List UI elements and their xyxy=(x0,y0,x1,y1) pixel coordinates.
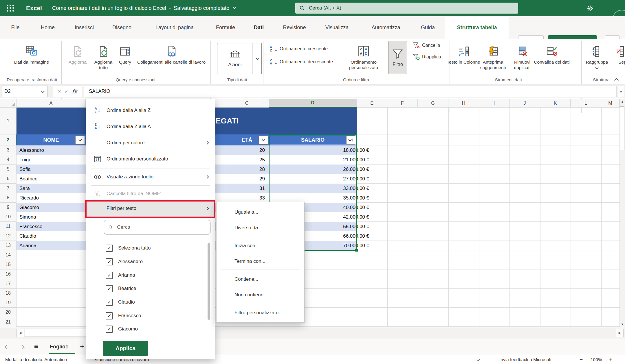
formula-input[interactable]: SALARIO xyxy=(84,86,617,97)
global-search[interactable] xyxy=(295,3,518,14)
vertical-scrollbar-thumb[interactable] xyxy=(620,106,624,150)
name-box[interactable]: D2 xyxy=(1,86,48,97)
settings-gear-icon[interactable] xyxy=(585,3,595,13)
save-status[interactable]: Salvataggio completato xyxy=(174,5,229,11)
cell-eta[interactable]: 28 xyxy=(216,165,265,174)
cell-eta[interactable]: 20 xyxy=(216,145,265,155)
zoom-in-button[interactable]: + xyxy=(609,356,613,363)
cell-nome[interactable]: Alessandro xyxy=(19,145,44,155)
app-launcher-waffle-icon[interactable] xyxy=(7,5,14,12)
checkbox-arianna[interactable]: ✓Arianna xyxy=(106,269,135,282)
cell-salario[interactable]: 18.000,00 € xyxy=(271,145,369,155)
cell-nome[interactable]: Riccardo xyxy=(19,193,39,203)
insert-function-icon[interactable]: fx xyxy=(72,88,77,95)
column-header-I[interactable]: I xyxy=(479,99,509,108)
cell-nome[interactable]: Giacomo xyxy=(19,203,39,212)
tab-automatizza[interactable]: Automatizza xyxy=(371,16,400,39)
column-header-L[interactable]: L xyxy=(571,99,601,108)
zoom-out-button[interactable]: − xyxy=(580,356,583,363)
checkbox-alessandro[interactable]: ✓Alessandro xyxy=(106,255,143,268)
row-header-10[interactable]: 10 xyxy=(0,212,17,222)
collegamenti-button[interactable]: Collegamenti alle cartelle di lavoro xyxy=(135,43,208,65)
column-header-C[interactable]: C xyxy=(225,99,269,108)
submenu-item-termina-con[interactable]: Termina con... xyxy=(217,255,304,268)
submenu-item-inizia-con[interactable]: Inizia con... xyxy=(217,239,304,252)
document-title[interactable]: Come ordinare i dati in un foglio di cal… xyxy=(52,5,166,11)
tab-layout-di-pagina[interactable]: Layout di pagina xyxy=(155,16,194,39)
column-header-H[interactable]: H xyxy=(448,99,479,108)
tab-home[interactable]: Home xyxy=(41,16,55,39)
tab-struttura-tabella[interactable]: Struttura tabella xyxy=(445,16,509,39)
zoom-level[interactable]: 100% xyxy=(591,357,602,362)
add-sheet-button[interactable]: + xyxy=(80,342,84,351)
tab-guida[interactable]: Guida xyxy=(421,16,435,39)
submenu-item-non-contiene[interactable]: Non contiene... xyxy=(217,288,304,302)
fill-handle[interactable] xyxy=(355,249,358,252)
riapplica-button[interactable]: Riapplica xyxy=(412,52,441,62)
azioni-dropdown[interactable]: Azioni xyxy=(217,43,262,74)
convalida-dati-button[interactable]: Convalida dei dati xyxy=(531,43,572,65)
calc-mode-status[interactable]: Modalità di calcolo: Automatico xyxy=(5,357,67,362)
cancella-button[interactable]: Cancella xyxy=(412,40,440,51)
select-all-corner[interactable] xyxy=(0,99,17,108)
menu-item-visualizzazione-foglio[interactable]: Visualizzazione foglio xyxy=(86,170,215,184)
row-header-9[interactable]: 9 xyxy=(0,203,17,212)
query-button[interactable]: Query xyxy=(114,43,136,65)
row-header-12[interactable]: 12 xyxy=(0,231,17,241)
name-box-chevron-icon[interactable] xyxy=(41,90,44,93)
menu-item-filtri-per-testo[interactable]: Filtri per testo xyxy=(86,201,215,216)
salario-filter-sorted-button[interactable]: ↑ xyxy=(346,136,356,145)
menu-item-ordina-z-a[interactable]: ZA↓ Ordina dalla Z alla A xyxy=(86,120,215,133)
cell-eta[interactable]: 33 xyxy=(216,193,265,203)
ordinamento-personalizzato-button[interactable]: ZAAZ Ordinamento personalizzato xyxy=(339,43,388,71)
row-header-11[interactable]: 11 xyxy=(0,222,17,231)
scroll-down-icon[interactable]: ▼ xyxy=(621,323,624,326)
account-avatar[interactable] xyxy=(613,10,625,16)
status-options-chevron-icon[interactable] xyxy=(476,358,480,361)
cancel-entry-icon[interactable]: × xyxy=(58,88,61,95)
tab-revisione[interactable]: Revisione xyxy=(283,16,306,39)
save-status-chevron-icon[interactable] xyxy=(233,6,236,9)
row-header-6[interactable]: 6 xyxy=(0,174,17,184)
confirm-entry-icon[interactable]: ✓ xyxy=(64,88,69,95)
row-header-4[interactable]: 4 xyxy=(0,155,17,165)
submenu-item-contiene[interactable]: Contiene... xyxy=(217,273,304,286)
menu-item-ordina-a-z[interactable]: AZ↓ Ordina dalla A alla Z xyxy=(86,104,215,117)
checkbox-francesco[interactable]: ✓Francesco xyxy=(106,309,141,322)
row-header-20[interactable]: 20 xyxy=(0,308,17,317)
header-cell-salario[interactable]: SALARIO xyxy=(269,134,357,145)
checkbox-claudio[interactable]: ✓Claudio xyxy=(106,295,135,309)
filter-search-box[interactable] xyxy=(104,220,210,234)
row-header-14[interactable]: 14 xyxy=(0,250,17,260)
dati-da-immagine-button[interactable]: Dati da immagine xyxy=(10,43,53,65)
row-header-15[interactable]: 15 xyxy=(0,260,17,269)
tab-disegno[interactable]: Disegno xyxy=(112,16,131,39)
cell-salario[interactable]: 21.000,00 € xyxy=(271,155,369,165)
menu-item-ordinamento-personalizzato[interactable]: Ordinamento personalizzato xyxy=(86,152,215,166)
ordinamento-decrescente-button[interactable]: ZA↓ Ordinamento decrescente xyxy=(270,56,333,67)
raggruppa-button[interactable]: Raggruppa xyxy=(581,43,613,69)
cell-salario[interactable]: 33.000,00 € xyxy=(271,184,369,193)
checkbox-beatrice[interactable]: ✓Beatrice xyxy=(106,282,136,295)
cell-nome[interactable]: Beatrice xyxy=(19,174,37,184)
row-header-21[interactable]: 21 xyxy=(0,317,17,327)
column-header-M[interactable]: M xyxy=(601,99,619,108)
nome-filter-button[interactable] xyxy=(75,136,85,145)
eta-filter-button[interactable] xyxy=(259,136,268,145)
expand-formula-bar-button[interactable] xyxy=(618,86,624,97)
sheet-tab-foglio1[interactable]: Foglio1 xyxy=(50,339,68,355)
row-header-8[interactable]: 8 xyxy=(0,193,17,203)
row-header-3[interactable]: 3 xyxy=(0,145,17,155)
cell-salario[interactable]: 26.000,00 € xyxy=(271,165,369,174)
aggiorna-tutto-button[interactable]: Aggiorna tutto xyxy=(89,43,117,71)
row-header-5[interactable]: 5 xyxy=(0,165,17,174)
column-header-D[interactable]: D xyxy=(269,99,357,108)
next-sheet-chevron-icon[interactable] xyxy=(20,345,25,350)
row-header-7[interactable]: 7 xyxy=(0,184,17,193)
row-header-16[interactable]: 16 xyxy=(0,269,17,279)
column-header-A[interactable]: A xyxy=(17,99,86,108)
feedback-link[interactable]: Invia feedback a Microsoft xyxy=(499,357,551,362)
cell-salario[interactable]: 27.000,00 € xyxy=(271,174,369,184)
row-header-17[interactable]: 17 xyxy=(0,279,17,289)
filter-list-scrollbar-thumb[interactable] xyxy=(208,243,210,320)
